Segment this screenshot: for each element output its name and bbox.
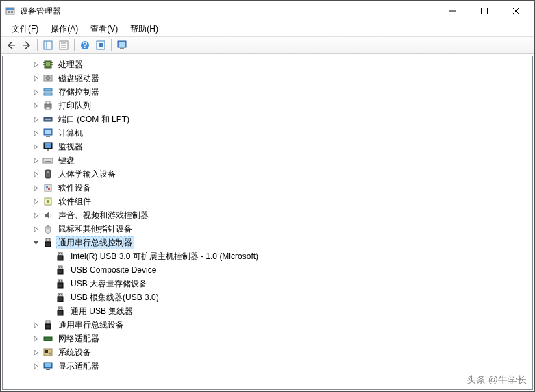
tree-node[interactable]: 存储控制器 xyxy=(3,85,532,99)
menubar: 文件(F) 操作(A) 查看(V) 帮助(H) xyxy=(1,21,534,36)
usb-icon xyxy=(55,292,66,303)
node-label: Intel(R) USB 3.0 可扩展主机控制器 - 1.0 (Microso… xyxy=(69,250,260,263)
display-icon xyxy=(42,360,53,371)
node-label: 网络适配器 xyxy=(56,332,101,345)
menu-help[interactable]: 帮助(H) xyxy=(125,22,164,36)
component-icon xyxy=(42,196,53,207)
tree-node[interactable]: 软件设备 xyxy=(3,181,532,195)
expand-icon[interactable] xyxy=(30,73,41,84)
tree-node[interactable]: 打印队列 xyxy=(3,99,532,112)
toolbar: ? xyxy=(1,36,534,54)
tree-node[interactable]: 软件组件 xyxy=(3,195,532,208)
tree-node[interactable]: 键盘 xyxy=(3,154,532,167)
node-label: 磁盘驱动器 xyxy=(56,72,101,85)
tree-node[interactable]: 显示适配器 xyxy=(3,359,532,373)
content-area: 处理器磁盘驱动器存储控制器打印队列端口 (COM 和 LPT)计算机监视器键盘人… xyxy=(1,54,534,391)
hid-icon xyxy=(42,169,53,180)
tree-node[interactable]: 监视器 xyxy=(3,140,532,154)
node-label: 软件设备 xyxy=(56,182,93,195)
device-tree[interactable]: 处理器磁盘驱动器存储控制器打印队列端口 (COM 和 LPT)计算机监视器键盘人… xyxy=(2,56,533,390)
software-icon xyxy=(42,182,53,193)
node-label: USB Composite Device xyxy=(69,265,158,275)
usb-icon xyxy=(42,319,53,330)
node-label: 鼠标和其他指针设备 xyxy=(56,223,134,236)
mouse-icon xyxy=(42,223,53,234)
computer-button[interactable] xyxy=(114,38,129,53)
node-label: 存储控制器 xyxy=(56,86,101,99)
scan-hardware-button[interactable] xyxy=(93,38,108,53)
tree-node[interactable]: 端口 (COM 和 LPT) xyxy=(3,112,532,126)
maximize-button[interactable] xyxy=(469,1,500,21)
tree-node[interactable]: Intel(R) USB 3.0 可扩展主机控制器 - 1.0 (Microso… xyxy=(3,249,532,263)
menu-action[interactable]: 操作(A) xyxy=(45,22,84,36)
titlebar: 设备管理器 xyxy=(1,1,534,21)
tree-node[interactable]: 处理器 xyxy=(3,58,532,71)
storage-icon xyxy=(42,86,53,97)
expand-icon[interactable] xyxy=(30,114,41,125)
cpu-icon xyxy=(42,59,53,70)
node-label: 端口 (COM 和 LPT) xyxy=(56,113,132,126)
expand-icon[interactable] xyxy=(30,210,41,221)
sound-icon xyxy=(42,210,53,221)
node-label: 监视器 xyxy=(56,140,85,154)
svg-rect-56 xyxy=(482,8,488,14)
node-label: USB 大容量存储设备 xyxy=(69,278,149,291)
monitor-icon xyxy=(42,141,53,152)
close-button[interactable] xyxy=(500,1,532,21)
expand-icon[interactable] xyxy=(30,196,41,207)
app-icon xyxy=(5,5,16,16)
menu-view[interactable]: 查看(V) xyxy=(85,22,123,36)
tree-node[interactable]: 鼠标和其他指针设备 xyxy=(3,222,532,236)
window: 设备管理器 文件(F) 操作(A) 查看(V) 帮助(H) ? 处理器磁盘驱动器… xyxy=(0,0,535,392)
node-label: 通用串行总线设备 xyxy=(56,319,126,332)
tree-node[interactable]: 通用 USB 集线器 xyxy=(3,304,532,318)
tree-node[interactable]: 声音、视频和游戏控制器 xyxy=(3,208,532,222)
tree-node[interactable]: 通用串行总线控制器 xyxy=(3,236,532,249)
expand-icon[interactable] xyxy=(30,141,41,152)
expand-icon[interactable] xyxy=(30,319,41,330)
collapse-icon[interactable] xyxy=(30,237,41,248)
forward-button[interactable] xyxy=(19,38,34,53)
toolbar-separator xyxy=(74,39,75,51)
node-label: 声音、视频和游戏控制器 xyxy=(56,209,151,222)
tree-node[interactable]: USB 根集线器(USB 3.0) xyxy=(3,291,532,304)
tree-node[interactable]: 网络适配器 xyxy=(3,332,532,345)
expand-icon[interactable] xyxy=(30,333,41,344)
window-title: 设备管理器 xyxy=(20,5,437,17)
node-label: 软件组件 xyxy=(56,195,93,208)
expand-icon[interactable] xyxy=(30,182,41,193)
node-label: 处理器 xyxy=(56,58,85,71)
node-label: 通用 USB 集线器 xyxy=(69,305,135,318)
expand-icon[interactable] xyxy=(30,127,41,138)
help-button[interactable]: ? xyxy=(77,38,92,53)
node-label: 显示适配器 xyxy=(56,360,101,373)
expand-icon[interactable] xyxy=(30,347,41,358)
expand-icon[interactable] xyxy=(30,360,41,371)
keyboard-icon xyxy=(42,155,53,166)
expand-icon[interactable] xyxy=(30,86,41,97)
expand-icon[interactable] xyxy=(30,100,41,111)
tree-node[interactable]: USB Composite Device xyxy=(3,263,532,277)
minimize-button[interactable] xyxy=(437,1,469,21)
usb-icon xyxy=(55,265,66,275)
port-icon xyxy=(42,114,53,125)
tree-node[interactable]: USB 大容量存储设备 xyxy=(3,277,532,291)
node-label: USB 根集线器(USB 3.0) xyxy=(69,291,161,304)
tree-node[interactable]: 磁盘驱动器 xyxy=(3,71,532,85)
properties-button[interactable] xyxy=(56,38,71,53)
expand-icon[interactable] xyxy=(30,169,41,180)
disk-icon xyxy=(42,73,53,84)
tree-node[interactable]: 系统设备 xyxy=(3,345,532,359)
usb-icon xyxy=(42,237,53,248)
show-hide-tree-button[interactable] xyxy=(40,38,55,53)
expand-icon[interactable] xyxy=(30,223,41,234)
svg-text:?: ? xyxy=(82,40,87,50)
tree-node[interactable]: 人体学输入设备 xyxy=(3,167,532,181)
back-button[interactable] xyxy=(3,38,18,53)
expand-icon[interactable] xyxy=(30,155,41,166)
svg-rect-59 xyxy=(44,41,52,49)
expand-icon[interactable] xyxy=(30,59,41,70)
tree-node[interactable]: 通用串行总线设备 xyxy=(3,318,532,332)
tree-node[interactable]: 计算机 xyxy=(3,126,532,140)
menu-file[interactable]: 文件(F) xyxy=(6,22,44,36)
